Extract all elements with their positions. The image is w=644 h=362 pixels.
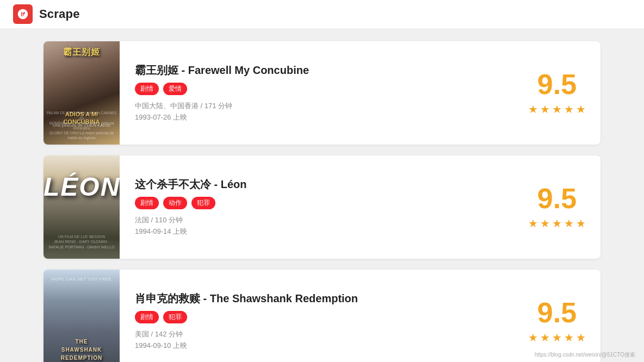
movie-list: 霸王别姬 ADIOS A MI CONCUBINA Una pelicula d… [0, 28, 644, 362]
poster-leon-text: LÉON [44, 172, 120, 202]
star-icon: ★ [528, 103, 538, 116]
movie-tags-2: 剧情动作犯罪 [135, 197, 498, 209]
movie-card-1[interactable]: 霸王别姬 ADIOS A MI CONCUBINA Una pelicula d… [44, 41, 600, 145]
movie-card-3[interactable]: HOPE CAN SET YOU FREE THESHAWSHANKREDEMP… [44, 270, 600, 362]
rating-score-2: 9.5 [537, 184, 577, 213]
star-icon: ★ [564, 217, 574, 230]
movie-title-1: 霸王别姬 - Farewell My Concubine [135, 63, 498, 77]
app-title: Scrape [39, 7, 80, 21]
movie-tags-1: 剧情爱情 [135, 83, 498, 95]
poster-cn-text: 霸王别姬 [44, 47, 120, 58]
star-icon: ★ [540, 103, 550, 116]
movie-poster-1: 霸王别姬 ADIOS A MI CONCUBINA Una pelicula d… [44, 41, 120, 145]
star-icon: ★ [576, 217, 586, 230]
watermark: https://blog.csdn.net/weixin/@51CTO搜索 [535, 351, 635, 359]
movie-rating-1: 9.5★★★★★ [513, 41, 600, 145]
poster-shawshank-text: THESHAWSHANKREDEMPTION [44, 338, 120, 362]
movie-tag: 犯罪 [191, 197, 215, 209]
movie-meta-2: 法国 / 110 分钟1994-09-14 上映 [135, 215, 498, 238]
star-icon: ★ [576, 103, 586, 116]
app-header: Scrape [0, 0, 644, 28]
rating-stars-1: ★★★★★ [528, 103, 586, 116]
movie-tag: 剧情 [135, 311, 159, 323]
movie-meta-1: 中国大陆、中国香港 / 171 分钟1993-07-26 上映 [135, 101, 498, 123]
movie-title-2: 这个杀手不太冷 - Léon [135, 177, 498, 191]
star-icon: ★ [528, 217, 538, 230]
movie-tag: 犯罪 [163, 311, 187, 323]
poster-hope-text: HOPE CAN SET YOU FREE [44, 277, 120, 281]
movie-tag: 剧情 [135, 197, 159, 209]
movie-tag: 剧情 [135, 83, 159, 95]
app-logo [13, 4, 33, 24]
star-icon: ★ [552, 331, 562, 344]
logo-g-icon [17, 8, 29, 20]
movie-meta-3: 美国 / 142 分钟1994-09-10 上映 [135, 329, 498, 352]
movie-rating-2: 9.5★★★★★ [513, 155, 600, 259]
poster-awards: PALMA DE ORO·Mejor pelicula·CANNES 93NOM… [44, 110, 120, 140]
star-icon: ★ [576, 331, 586, 344]
star-icon: ★ [528, 331, 538, 344]
movie-title-3: 肖申克的救赎 - The Shawshank Redemption [135, 291, 498, 305]
star-icon: ★ [564, 103, 574, 116]
rating-stars-2: ★★★★★ [528, 217, 586, 230]
movie-info-1: 霸王别姬 - Farewell My Concubine剧情爱情中国大陆、中国香… [120, 41, 513, 145]
movie-tag: 动作 [163, 197, 187, 209]
rating-score-1: 9.5 [537, 70, 577, 98]
star-icon: ★ [564, 331, 574, 344]
rating-stars-3: ★★★★★ [528, 331, 586, 344]
star-icon: ★ [540, 331, 550, 344]
star-icon: ★ [552, 217, 562, 230]
movie-tag: 爱情 [163, 83, 187, 95]
movie-tags-3: 剧情犯罪 [135, 311, 498, 323]
movie-info-3: 肖申克的救赎 - The Shawshank Redemption剧情犯罪美国 … [120, 270, 513, 362]
movie-rating-3: 9.5★★★★★ [513, 270, 600, 362]
movie-info-2: 这个杀手不太冷 - Léon剧情动作犯罪法国 / 110 分钟1994-09-1… [120, 155, 513, 259]
movie-poster-2: LÉON UN FILM DE LUC BESSONJEAN RENO · GA… [44, 155, 120, 259]
movie-card-2[interactable]: LÉON UN FILM DE LUC BESSONJEAN RENO · GA… [44, 155, 600, 259]
rating-score-3: 9.5 [537, 298, 577, 327]
star-icon: ★ [552, 103, 562, 116]
poster-leon-credits: UN FILM DE LUC BESSONJEAN RENO · GARY OL… [44, 234, 120, 250]
movie-poster-3: HOPE CAN SET YOU FREE THESHAWSHANKREDEMP… [44, 270, 120, 362]
star-icon: ★ [540, 217, 550, 230]
